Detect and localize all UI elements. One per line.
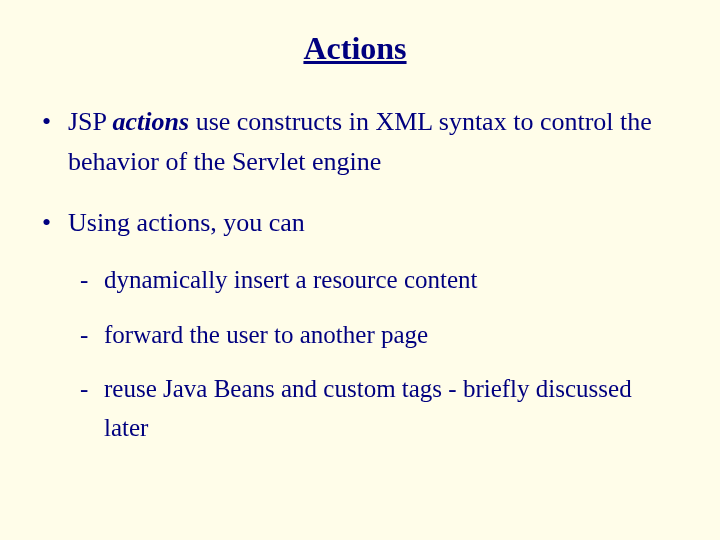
slide-title: Actions bbox=[30, 30, 680, 67]
sub-bullet-item: reuse Java Beans and custom tags - brief… bbox=[80, 370, 680, 448]
sub-bullet-item: dynamically insert a resource content bbox=[80, 261, 680, 300]
slide: Actions JSP actions use constructs in XM… bbox=[0, 0, 720, 540]
bullet-list: JSP actions use constructs in XML syntax… bbox=[30, 102, 680, 448]
bullet-text-emph: actions bbox=[113, 107, 190, 136]
bullet-item: JSP actions use constructs in XML syntax… bbox=[42, 102, 680, 183]
bullet-text-prefix: JSP bbox=[68, 107, 113, 136]
bullet-item: Using actions, you can dynamically inser… bbox=[42, 203, 680, 448]
bullet-text: Using actions, you can bbox=[68, 208, 305, 237]
sub-bullet-item: forward the user to another page bbox=[80, 316, 680, 355]
sub-bullet-list: dynamically insert a resource content fo… bbox=[68, 261, 680, 448]
